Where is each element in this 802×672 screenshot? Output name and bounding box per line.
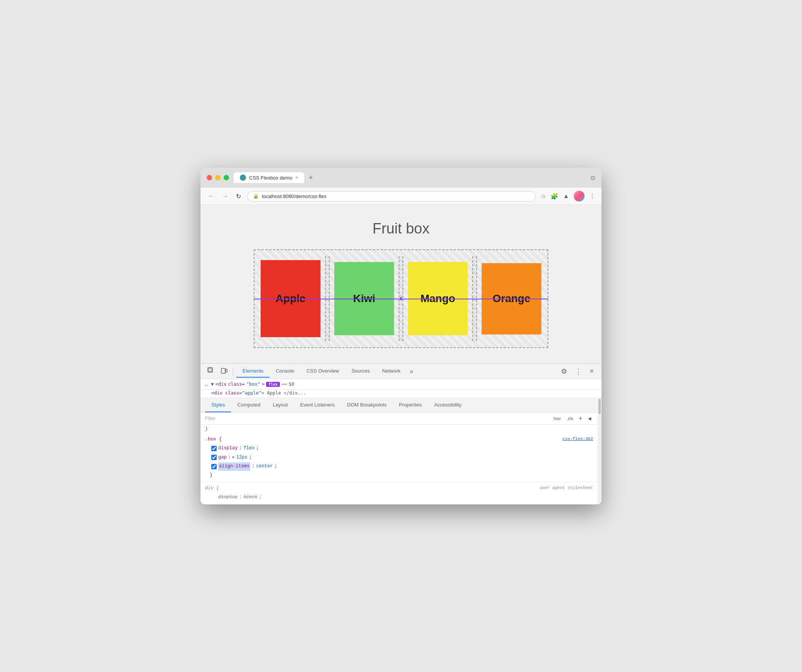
ua-prop-display: display : block ; — [205, 493, 593, 502]
subtab-properties[interactable]: Properties — [393, 398, 428, 412]
devtools-toolbar: Elements Console CSS Overview Sources Ne… — [200, 364, 602, 379]
prop-gap-checkbox[interactable] — [211, 455, 217, 460]
gap-triangle[interactable]: ▶ — [233, 454, 235, 461]
reload-button[interactable]: ↻ — [234, 192, 243, 201]
prop-align-name: align-items — [218, 462, 250, 471]
breadcrumb-equals: == — [281, 381, 287, 387]
breadcrumb-arrow: ▼ — [211, 381, 214, 387]
prop-display-value: flex — [244, 444, 255, 453]
subtab-layout[interactable]: Layout — [266, 398, 294, 412]
filter-actions: :hov .cls + ◄ — [551, 414, 593, 423]
address-bar-actions: ☆ 🧩 ▲ ⋮ — [541, 191, 595, 202]
devtools-close-button[interactable]: × — [586, 366, 597, 377]
profile-icon[interactable]: ▲ — [563, 193, 569, 200]
tab-sources[interactable]: Sources — [345, 365, 376, 378]
tab-favicon — [240, 175, 246, 181]
prop-semi-2: ; — [249, 454, 252, 462]
prop-align-items: align-items : center ; — [205, 462, 593, 471]
fruit-apple-label: Apple — [276, 292, 306, 305]
ua-prop-name: display — [218, 493, 238, 502]
devtools-body: Styles Computed Layout Event Listeners D… — [200, 398, 602, 504]
more-tabs-button[interactable]: » — [407, 365, 416, 378]
svg-rect-1 — [221, 368, 225, 373]
lock-icon: 🔒 — [253, 193, 259, 199]
filter-input[interactable] — [205, 416, 551, 421]
ua-selector-line: div { — [205, 484, 593, 493]
prop-semi-1: ; — [256, 444, 259, 453]
gap-indicator-2 — [399, 256, 403, 341]
empty-brace: } — [205, 426, 208, 432]
breadcrumb-dots: … — [205, 381, 208, 387]
ua-css-rule: user agent stylesheet div { display : bl… — [200, 482, 598, 504]
breadcrumb-dollar: $0 — [289, 381, 294, 387]
gap-indicator-1 — [325, 256, 330, 341]
purple-dot — [400, 297, 402, 301]
fruit-kiwi-label: Kiwi — [353, 292, 376, 305]
tab-elements[interactable]: Elements — [236, 365, 270, 378]
device-toolbar-icon[interactable] — [218, 366, 230, 377]
tab-title: CSS Flexbox demo — [249, 175, 292, 181]
browser-tab[interactable]: CSS Flexbox demo × — [234, 172, 304, 183]
element-breadcrumb: … ▼ <div class= "box" > flex == $0 — [200, 379, 602, 390]
extensions-icon[interactable]: 🧩 — [551, 193, 558, 200]
styles-panel: } css-flex:302 .box { display — [200, 425, 598, 504]
close-button[interactable] — [207, 175, 212, 180]
new-tab-button[interactable]: + — [307, 174, 315, 182]
address-bar: ← → ↻ 🔒 localhost:8080/demo/css-flex ☆ 🧩… — [200, 188, 602, 205]
hov-button[interactable]: :hov — [551, 415, 563, 422]
inspect-element-icon[interactable] — [205, 366, 217, 377]
scroll-thumb[interactable] — [598, 399, 601, 414]
devtools-gear-area: ⚙ ⋮ × — [558, 366, 597, 377]
browser-menu-icon[interactable]: ⋮ — [589, 193, 595, 200]
bookmark-icon[interactable]: ☆ — [541, 193, 546, 200]
prop-align-value: center — [256, 462, 273, 471]
tab-network[interactable]: Network — [376, 365, 407, 378]
address-field[interactable]: 🔒 localhost:8080/demo/css-flex — [247, 191, 536, 202]
back-button[interactable]: ← — [207, 192, 216, 200]
prop-display-checkbox[interactable] — [211, 446, 217, 451]
empty-rule: } — [200, 425, 598, 433]
page-title: Fruit box — [372, 220, 430, 237]
traffic-lights — [207, 175, 229, 180]
minimize-button[interactable] — [215, 175, 221, 180]
prop-display: display : flex ; — [205, 444, 593, 453]
styles-subtabs: Styles Computed Layout Event Listeners D… — [200, 398, 598, 413]
prop-align-checkbox[interactable] — [211, 464, 217, 469]
fullscreen-button[interactable] — [224, 175, 229, 180]
subtab-computed[interactable]: Computed — [231, 398, 266, 412]
prop-colon-3: : — [252, 462, 254, 471]
tab-close-button[interactable]: × — [295, 175, 298, 180]
title-bar-menu-icon[interactable]: ⊙ — [590, 174, 595, 181]
user-avatar[interactable] — [574, 191, 585, 202]
element-panel-button[interactable]: ◄ — [586, 415, 593, 422]
rule-closing-brace: } — [205, 471, 593, 480]
subtab-accessibility[interactable]: Accessibility — [428, 398, 468, 412]
forward-button[interactable]: → — [221, 192, 230, 200]
svg-rect-2 — [226, 369, 227, 372]
dom-child-element: <div class="apple"> Apple </div... — [200, 390, 602, 398]
flex-badge: flex — [266, 382, 280, 387]
devtools-tab-list: Elements Console CSS Overview Sources Ne… — [236, 365, 556, 378]
devtools-settings-icon[interactable]: ⚙ — [558, 366, 570, 377]
fruit-kiwi: Kiwi — [334, 262, 394, 335]
prop-display-name: display — [218, 444, 238, 453]
page-content: Fruit box Apple Kiwi Mango — [200, 205, 602, 363]
cls-button[interactable]: .cls — [565, 415, 575, 422]
fruit-orange: Orange — [482, 263, 541, 334]
subtab-styles[interactable]: Styles — [205, 398, 231, 412]
subtab-dom-breakpoints[interactable]: DOM Breakpoints — [341, 398, 393, 412]
devtools-scrollbar[interactable] — [598, 398, 602, 504]
rule-source-link[interactable]: css-flex:302 — [563, 435, 593, 443]
fruit-orange-label: Orange — [492, 292, 530, 305]
breadcrumb-close-tag: > — [262, 381, 265, 387]
tab-bar: CSS Flexbox demo × + — [234, 172, 586, 183]
tab-css-overview[interactable]: CSS Overview — [300, 365, 345, 378]
subtab-event-listeners[interactable]: Event Listeners — [294, 398, 341, 412]
breadcrumb-tag: <div — [215, 381, 226, 387]
tab-console[interactable]: Console — [270, 365, 300, 378]
ua-selector: div — [205, 486, 214, 491]
devtools-menu-icon[interactable]: ⋮ — [572, 366, 585, 377]
breadcrumb-class-attr: class= — [228, 381, 244, 387]
prop-colon-1: : — [239, 444, 242, 453]
add-style-button[interactable]: + — [578, 414, 583, 423]
